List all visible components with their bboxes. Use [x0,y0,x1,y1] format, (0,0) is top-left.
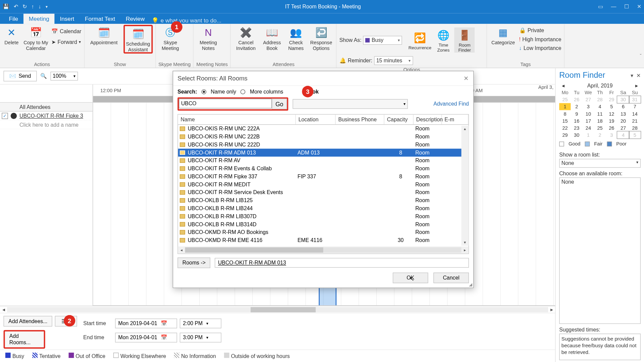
private-button[interactable]: 🔒 Private [519,26,561,35]
rf-close-icon[interactable]: ✕ [636,72,641,78]
room-row[interactable]: UBCO-OKIT R-RM MEDITRoom [178,181,469,189]
rf-dropdown-icon[interactable]: ▾ [631,72,633,78]
end-time-field[interactable]: 3:00 PM▾ [180,333,221,343]
dialog-close-icon[interactable]: ✕ [464,75,469,82]
appointment-button[interactable]: 🗓️Appointment [87,25,121,46]
close-icon[interactable]: ✕ [637,4,641,10]
end-date-field[interactable]: Mon 2019-04-01📅 [115,333,177,343]
col-location[interactable]: Location [296,115,336,124]
room-row[interactable]: UBCO-OKLB R-RM LIB307DRoom [178,213,469,221]
ribbon-tabs: File Meeting Insert Format Text Review 💡… [0,13,644,24]
room-row[interactable]: UBCO-OKIS R-RM UNC 222ARoom [178,125,469,133]
col-description[interactable]: Description [414,115,442,124]
redo-icon[interactable]: ↻ [22,4,27,10]
time-zones-button[interactable]: 🌐Time Zones [434,27,452,53]
cancel-invitation-button[interactable]: ✖️Cancel Invitation [233,25,258,51]
high-importance-button[interactable]: ! High Importance [519,36,561,44]
room-row[interactable]: UBCO-OKLB R-RM LIB314DRoom [178,220,469,228]
ok-button[interactable]: OK↖ [393,273,428,283]
start-date-field[interactable]: Mon 2019-04-01📅 [115,318,177,328]
attendee-row[interactable]: ✓ UBCO-OKIT R-RM Fipke 3 [0,112,93,120]
available-rooms-list[interactable]: None [559,177,641,324]
up-icon[interactable]: ↑ [32,4,34,10]
room-list-dropdown[interactable]: None▾ [559,159,641,168]
tab-format-text[interactable]: Format Text [79,14,120,24]
room-row[interactable]: UBCO-OKMD R-RM EME 4116EME 411630Room [178,236,469,244]
show-as-dropdown[interactable]: Busy▾ [363,36,402,44]
room-row[interactable]: UBCO-OKIT R-RM Fipke 337FIP 3378Room [178,173,469,181]
room-row[interactable]: UBCO-OKIT R-RM ADM 013ADM 0138Room [178,149,469,157]
add-name-input[interactable]: Click here to add a name [0,120,93,129]
group-tags-label: Tags [490,61,561,68]
room-row[interactable]: UBCO-OKIT R-RM Service Desk EventsRoom [178,188,469,196]
address-book-dropdown[interactable]: ▾ [293,99,408,109]
tell-me[interactable]: 💡 e what you want to do... [152,17,221,24]
address-book-button[interactable]: 📖Address Book [261,25,283,51]
undo-icon[interactable]: ↶ [14,4,18,10]
mini-calendar[interactable]: MoTuWeThFrSaSu 2526272829303112345678910… [559,89,641,138]
choose-room-label: Choose an available room: [559,170,641,176]
resize-grip-icon[interactable]: ◢ [469,282,473,287]
room-row[interactable]: UBCO-OKIT R-RM Events & CollabRoom [178,165,469,173]
search-icon[interactable]: 🔍 [40,73,47,79]
copy-to-calendar-button[interactable]: 📅Copy to My Calendar [23,25,49,51]
save-icon[interactable]: 💾 [3,4,9,10]
add-attendees-button[interactable]: Add Attendees... [4,316,52,326]
low-importance-button[interactable]: ↓ Low Importance [519,44,561,52]
resource-icon [11,113,17,119]
room-row[interactable]: UBCO-OKMD R-RM AO BookingsRoom [178,228,469,236]
room-row[interactable]: UBCO-OKIS R-RM UNC 222BRoom [178,133,469,141]
col-name[interactable]: Name [178,115,296,124]
dialog-vscroll[interactable]: ▴▾ [461,126,468,246]
col-email[interactable]: E-m [442,115,468,124]
zoom-dropdown[interactable]: 100%▾ [51,72,78,80]
group-show-label: Show [87,61,153,68]
ribbon-display-icon[interactable]: ▭ [598,4,603,10]
dialog-title: Select Rooms: All Rooms [177,75,247,82]
room-row[interactable]: UBCO-OKIS R-RM UNC 222DRoom [178,141,469,149]
minimize-icon[interactable]: — [611,4,616,10]
calendar-button[interactable]: 📅 Calendar [51,27,81,36]
tab-meeting[interactable]: Meeting [23,14,55,24]
start-time-field[interactable]: 2:00 PM▾ [180,318,221,328]
cal-prev-icon[interactable]: ◂ [562,83,565,89]
annotation-1: 1 [171,21,182,33]
cal-next-icon[interactable]: ▸ [635,83,638,89]
tab-file[interactable]: File [4,14,23,24]
qat-more-icon[interactable]: ▾ [46,4,48,9]
tab-review[interactable]: Review [120,14,150,24]
collapse-ribbon-icon[interactable]: ˇ [640,53,642,58]
delete-button[interactable]: ✕Delete [3,25,20,46]
categorize-button[interactable]: ▦Categorize [490,25,516,46]
reminder-dropdown[interactable]: 15 minutes▾ [374,56,413,65]
search-input[interactable] [179,99,272,108]
checkbox-icon[interactable]: ✓ [2,113,8,119]
tab-insert[interactable]: Insert [55,14,80,24]
room-row[interactable]: UBCO-OKLB R-RM LIB244Room [178,204,469,213]
col-business-phone[interactable]: Business Phone [336,115,384,124]
rooms-to-field[interactable]: UBCO-OKIT R-RM ADM 013 [215,258,469,268]
advanced-find-link[interactable]: Advanced Find [433,101,469,107]
cancel-button[interactable]: Cancel [433,273,469,283]
room-row[interactable]: UBCO-OKLB R-RM LIB125Room [178,196,469,204]
down-icon[interactable]: ↓ [39,4,41,10]
cal-month: April, 2019 [587,83,613,89]
add-rooms-button[interactable]: Add Rooms... [4,330,45,349]
room-finder-button[interactable]: 🚪Room Finder [454,27,475,53]
radio-more-columns[interactable] [240,89,246,94]
horizontal-scrollbar[interactable]: ◂▸ [0,306,555,313]
room-row[interactable]: UBCO-OKIT R-RM AVRoom [178,157,469,165]
scheduling-assistant-button[interactable]: 🗓️Scheduling Assistant [123,25,153,54]
go-button[interactable]: Go [272,99,287,109]
forward-button[interactable]: ➤ Forward ▾ [51,38,81,46]
check-names-button[interactable]: 👥Check Names [286,25,306,51]
col-capacity[interactable]: Capacity [384,115,414,124]
rooms-to-button[interactable]: Rooms -> [177,257,210,268]
recurrence-button[interactable]: 🔁Recurrence [408,30,432,50]
meeting-notes-button[interactable]: NMeeting Notes [196,25,220,51]
radio-name-only[interactable] [202,89,207,94]
response-options-button[interactable]: ↩️Response Options [309,25,334,51]
send-button[interactable]: ✉️ Send [4,71,37,81]
maximize-icon[interactable]: ☐ [624,4,629,10]
dialog-hscroll[interactable]: ◂▸ [178,246,469,253]
